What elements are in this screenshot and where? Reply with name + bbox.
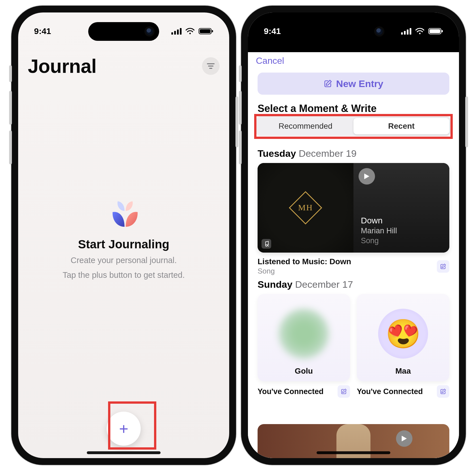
album-art: MH	[258, 163, 353, 253]
moment-picker-sheet: Cancel New Entry Select a Moment & Write…	[248, 52, 459, 458]
svg-rect-18	[442, 30, 443, 32]
artist-name: Marian Hill	[361, 227, 442, 235]
filter-lines-icon	[207, 63, 215, 69]
contact-meta-1: You've Connected	[357, 387, 423, 396]
moment-music-card[interactable]: MH Down Marian Hill Song	[258, 163, 449, 253]
empty-state-line2: Tap the plus button to get started.	[63, 270, 185, 281]
write-moment-button[interactable]	[437, 385, 449, 398]
plus-icon: +	[119, 420, 129, 438]
write-moment-button[interactable]	[437, 260, 449, 273]
compose-icon	[341, 388, 347, 395]
dynamic-island	[88, 22, 159, 41]
add-entry-button[interactable]: +	[107, 412, 141, 446]
segmented-control[interactable]: Recommended Recent	[256, 116, 451, 136]
battery-icon	[428, 28, 443, 35]
moment-summary-sub: Song	[258, 267, 351, 276]
new-entry-button[interactable]: New Entry	[258, 73, 449, 95]
day-section-0: Tuesday December 19 MH D	[258, 148, 449, 276]
compose-icon	[440, 263, 446, 270]
svg-rect-14	[410, 28, 411, 35]
play-button[interactable]	[359, 168, 375, 185]
write-moment-button[interactable]	[338, 385, 350, 398]
day-section-1: Sunday December 17 Golu 😍 Maa	[258, 279, 449, 398]
options-button[interactable]	[202, 57, 220, 75]
wifi-icon	[415, 28, 424, 35]
status-time: 9:41	[34, 26, 51, 36]
play-icon	[364, 173, 370, 180]
journal-home-screen: 9:41 Journal	[18, 12, 229, 458]
media-kind: Song	[361, 236, 442, 245]
cellular-icon	[171, 28, 182, 35]
segment-recent[interactable]: Recent	[353, 118, 449, 134]
page-title: Journal	[28, 55, 96, 77]
empty-state: Start Journaling Create your personal jo…	[18, 200, 229, 280]
dynamic-island	[318, 22, 389, 41]
svg-rect-11	[401, 32, 403, 35]
new-entry-sheet-screen: 9:41 Cancel	[248, 12, 459, 458]
svg-rect-7	[212, 30, 213, 32]
journal-app-icon	[102, 200, 145, 231]
battery-icon	[199, 28, 213, 35]
moment-contact-card-0[interactable]: Golu	[258, 294, 350, 381]
svg-rect-1	[174, 31, 176, 35]
svg-rect-3	[180, 28, 182, 35]
empty-state-heading: Start Journaling	[78, 238, 169, 251]
play-icon	[401, 435, 407, 442]
avatar: 😍	[378, 309, 428, 359]
day-header-1: Sunday December 17	[258, 279, 449, 290]
cancel-button[interactable]: Cancel	[256, 56, 284, 66]
compose-icon	[440, 388, 446, 395]
svg-rect-13	[407, 29, 408, 35]
track-title: Down	[361, 216, 442, 225]
wifi-icon	[186, 28, 195, 35]
svg-point-15	[419, 33, 420, 34]
music-source-icon	[262, 239, 271, 249]
compose-icon	[324, 79, 332, 88]
contact-meta-0: You've Connected	[258, 387, 323, 396]
moment-summary-title: Listened to Music: Down	[258, 257, 351, 266]
home-indicator[interactable]	[87, 451, 161, 454]
svg-rect-0	[171, 32, 173, 35]
iphone-frame-right: 9:41 Cancel	[241, 6, 466, 465]
iphone-frame-left: 9:41 Journal	[11, 6, 236, 465]
section-title: Select a Moment & Write	[258, 103, 376, 115]
svg-text:MH: MH	[298, 203, 313, 212]
play-button[interactable]	[396, 430, 412, 447]
segment-recommended[interactable]: Recommended	[258, 118, 353, 134]
heart-eyes-icon: 😍	[386, 317, 421, 350]
svg-rect-12	[404, 31, 406, 35]
svg-rect-2	[177, 29, 179, 35]
status-time: 9:41	[264, 26, 281, 36]
svg-rect-17	[429, 29, 440, 33]
avatar	[279, 309, 329, 359]
day-header-0: Tuesday December 19	[258, 148, 449, 159]
empty-state-line1: Create your personal journal.	[71, 255, 177, 266]
moment-contact-card-1[interactable]: 😍 Maa	[357, 294, 449, 381]
svg-rect-6	[200, 29, 210, 33]
cellular-icon	[401, 28, 411, 35]
home-indicator[interactable]	[317, 451, 390, 454]
svg-point-4	[189, 33, 191, 34]
